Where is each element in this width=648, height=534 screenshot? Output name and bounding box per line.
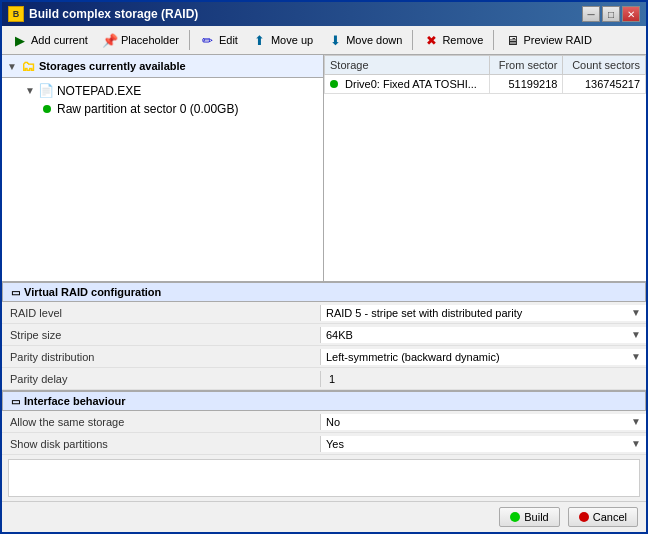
move-down-label: Move down (346, 34, 402, 46)
parity-dist-label: Parity distribution (2, 349, 321, 365)
move-up-icon: ⬆ (252, 32, 268, 48)
parity-dist-value[interactable]: Left-symmetric (backward dynamic) ▼ (321, 349, 646, 365)
edit-icon: ✏ (200, 32, 216, 48)
from-sector-cell: 51199218 (490, 75, 563, 94)
build-icon (510, 512, 520, 522)
allow-same-storage-text: No (326, 416, 340, 428)
stripe-size-value[interactable]: 64KB ▼ (321, 327, 646, 343)
window-icon: B (8, 6, 24, 22)
show-disk-partitions-value[interactable]: Yes ▼ (321, 436, 646, 452)
interface-behaviour-label: Interface behaviour (24, 395, 125, 407)
move-down-icon: ⬇ (327, 32, 343, 48)
toolbar-separator-1 (189, 30, 190, 50)
close-button[interactable]: ✕ (622, 6, 640, 22)
drive-name: Drive0: Fixed ATA TOSHI... (345, 78, 477, 90)
raid-level-text: RAID 5 - stripe set with distributed par… (326, 307, 522, 319)
col-header-from-sector: From sector (490, 56, 563, 75)
parity-delay-row: Parity delay 1 (2, 368, 646, 390)
minimize-button[interactable]: ─ (582, 6, 600, 22)
raid-level-arrow[interactable]: ▼ (631, 307, 641, 318)
col-header-storage: Storage (325, 56, 490, 75)
stripe-size-text: 64KB (326, 329, 353, 341)
preview-raid-icon: 🖥 (504, 32, 520, 48)
partition-status-icon (43, 105, 51, 113)
parity-delay-label: Parity delay (2, 371, 321, 387)
show-disk-partitions-text: Yes (326, 438, 344, 450)
footer: Build Cancel (2, 501, 646, 532)
parity-delay-value: 1 (321, 371, 646, 387)
placeholder-icon: 📌 (102, 32, 118, 48)
show-disk-partitions-row: Show disk partitions Yes ▼ (2, 433, 646, 455)
tree-header-label: Storages currently available (39, 60, 186, 72)
parity-dist-row: Parity distribution Left-symmetric (back… (2, 346, 646, 368)
add-current-button[interactable]: ▶ Add current (6, 29, 94, 51)
move-up-label: Move up (271, 34, 313, 46)
tree-item-notepad[interactable]: ▼ 📄 NOTEPAD.EXE (23, 81, 320, 100)
raid-level-label: RAID level (2, 305, 321, 321)
placeholder-label: Placeholder (121, 34, 179, 46)
toolbar: ▶ Add current 📌 Placeholder ✏ Edit ⬆ Mov… (2, 26, 646, 55)
tree-header: ▼ 🗂 Storages currently available (2, 55, 323, 78)
allow-same-storage-arrow[interactable]: ▼ (631, 416, 641, 427)
cancel-icon (579, 512, 589, 522)
add-current-label: Add current (31, 34, 88, 46)
table-row[interactable]: Drive0: Fixed ATA TOSHI... 51199218 1367… (325, 75, 646, 94)
storage-table: Storage From sector Count sectors Drive0… (324, 55, 646, 94)
edit-button[interactable]: ✏ Edit (194, 29, 244, 51)
drive-status-icon (330, 80, 338, 88)
placeholder-button[interactable]: 📌 Placeholder (96, 29, 185, 51)
stripe-size-label: Stripe size (2, 327, 321, 343)
raid-level-value[interactable]: RAID 5 - stripe set with distributed par… (321, 305, 646, 321)
tree-item-partition[interactable]: Raw partition at sector 0 (0.00GB) (41, 100, 320, 118)
preview-raid-button[interactable]: 🖥 Preview RAID (498, 29, 597, 51)
allow-same-storage-value[interactable]: No ▼ (321, 414, 646, 430)
virtual-raid-header: ▭ Virtual RAID configuration (2, 282, 646, 302)
layout-bottom: ▭ Virtual RAID configuration RAID level … (2, 281, 646, 532)
virtual-raid-toggle[interactable]: ▭ (11, 287, 20, 298)
parity-dist-text: Left-symmetric (backward dynamic) (326, 351, 500, 363)
storage-name-cell: Drive0: Fixed ATA TOSHI... (325, 75, 490, 94)
toolbar-separator-3 (493, 30, 494, 50)
virtual-raid-label: Virtual RAID configuration (24, 286, 161, 298)
window-title: Build complex storage (RAID) (29, 7, 198, 21)
title-bar-left: B Build complex storage (RAID) (8, 6, 198, 22)
cancel-label: Cancel (593, 511, 627, 523)
title-bar: B Build complex storage (RAID) ─ □ ✕ (2, 2, 646, 26)
raid-level-row: RAID level RAID 5 - stripe set with dist… (2, 302, 646, 324)
stripe-size-arrow[interactable]: ▼ (631, 329, 641, 340)
partition-label: Raw partition at sector 0 (0.00GB) (57, 102, 238, 116)
count-sectors-cell: 136745217 (563, 75, 646, 94)
stripe-size-row: Stripe size 64KB ▼ (2, 324, 646, 346)
move-down-button[interactable]: ⬇ Move down (321, 29, 408, 51)
remove-icon: ✖ (423, 32, 439, 48)
show-disk-partitions-arrow[interactable]: ▼ (631, 438, 641, 449)
move-up-button[interactable]: ⬆ Move up (246, 29, 319, 51)
build-button[interactable]: Build (499, 507, 559, 527)
cancel-button[interactable]: Cancel (568, 507, 638, 527)
tree-content: ▼ 📄 NOTEPAD.EXE Raw partition at sector … (2, 78, 323, 281)
title-bar-controls: ─ □ ✕ (582, 6, 640, 22)
notepad-file-icon: 📄 (38, 83, 54, 98)
interface-behaviour-section: ▭ Interface behaviour Allow the same sto… (2, 390, 646, 455)
add-current-icon: ▶ (12, 32, 28, 48)
maximize-button[interactable]: □ (602, 6, 620, 22)
notepad-label: NOTEPAD.EXE (57, 84, 141, 98)
remove-button[interactable]: ✖ Remove (417, 29, 489, 51)
col-header-count-sectors: Count sectors (563, 56, 646, 75)
interface-behaviour-header: ▭ Interface behaviour (2, 391, 646, 411)
tree-root-expand[interactable]: ▼ (7, 61, 17, 72)
notes-area (8, 459, 640, 497)
remove-label: Remove (442, 34, 483, 46)
edit-label: Edit (219, 34, 238, 46)
allow-same-storage-row: Allow the same storage No ▼ (2, 411, 646, 433)
main-content: ▼ 🗂 Storages currently available ▼ 📄 NOT… (2, 55, 646, 281)
main-window: B Build complex storage (RAID) ─ □ ✕ ▶ A… (0, 0, 648, 534)
parity-dist-arrow[interactable]: ▼ (631, 351, 641, 362)
toolbar-separator-2 (412, 30, 413, 50)
tree-panel: ▼ 🗂 Storages currently available ▼ 📄 NOT… (2, 55, 324, 281)
storage-panel: Storage From sector Count sectors Drive0… (324, 55, 646, 281)
show-disk-partitions-label: Show disk partitions (2, 436, 321, 452)
interface-behaviour-toggle[interactable]: ▭ (11, 396, 20, 407)
preview-raid-label: Preview RAID (523, 34, 591, 46)
build-label: Build (524, 511, 548, 523)
